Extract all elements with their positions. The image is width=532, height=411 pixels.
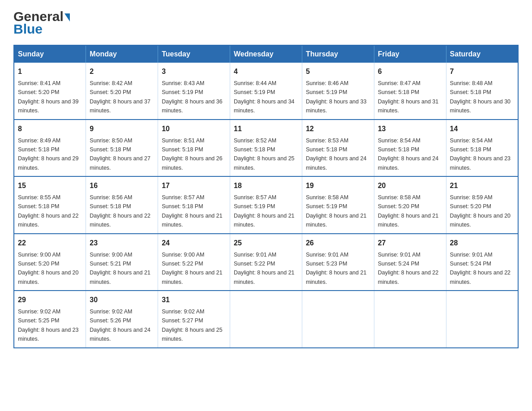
calendar-day-cell: 26 Sunrise: 9:01 AMSunset: 5:23 PMDaylig… [302, 234, 374, 291]
day-number: 20 [378, 180, 442, 191]
day-number: 13 [378, 124, 442, 134]
calendar-table: SundayMondayTuesdayWednesdayThursdayFrid… [13, 45, 519, 348]
day-of-week-header: Wednesday [230, 45, 302, 63]
day-info: Sunrise: 8:57 AMSunset: 5:18 PMDaylight:… [162, 194, 223, 228]
calendar-day-cell: 2 Sunrise: 8:42 AMSunset: 5:20 PMDayligh… [86, 63, 158, 120]
calendar-day-cell: 12 Sunrise: 8:53 AMSunset: 5:18 PMDaylig… [302, 120, 374, 177]
day-number: 27 [378, 238, 442, 248]
day-info: Sunrise: 9:02 AMSunset: 5:27 PMDaylight:… [162, 308, 223, 342]
page-header: General Blue [13, 9, 519, 37]
calendar-day-cell: 22 Sunrise: 9:00 AMSunset: 5:20 PMDaylig… [14, 234, 86, 291]
day-number: 3 [162, 66, 226, 77]
day-info: Sunrise: 8:50 AMSunset: 5:18 PMDaylight:… [90, 137, 150, 171]
day-number: 6 [378, 66, 442, 77]
calendar-day-cell: 31 Sunrise: 9:02 AMSunset: 5:27 PMDaylig… [158, 291, 230, 348]
day-number: 10 [162, 124, 226, 134]
calendar-week-row: 22 Sunrise: 9:00 AMSunset: 5:20 PMDaylig… [14, 234, 518, 291]
day-number: 15 [18, 180, 82, 191]
day-of-week-header: Tuesday [158, 45, 230, 63]
day-number: 11 [234, 124, 298, 134]
logo-blue-text: Blue [13, 21, 43, 37]
day-info: Sunrise: 8:49 AMSunset: 5:18 PMDaylight:… [18, 137, 79, 171]
day-number: 24 [162, 238, 226, 248]
calendar-day-cell: 28 Sunrise: 9:01 AMSunset: 5:24 PMDaylig… [446, 234, 518, 291]
day-info: Sunrise: 8:44 AMSunset: 5:19 PMDaylight:… [234, 80, 295, 114]
day-info: Sunrise: 9:02 AMSunset: 5:26 PMDaylight:… [90, 308, 150, 342]
day-number: 23 [90, 238, 154, 248]
calendar-day-cell [230, 291, 302, 348]
day-info: Sunrise: 8:57 AMSunset: 5:19 PMDaylight:… [234, 194, 295, 228]
day-info: Sunrise: 9:01 AMSunset: 5:22 PMDaylight:… [234, 252, 295, 285]
calendar-day-cell [446, 291, 518, 348]
day-info: Sunrise: 8:55 AMSunset: 5:18 PMDaylight:… [18, 194, 79, 228]
day-info: Sunrise: 9:01 AMSunset: 5:23 PMDaylight:… [306, 252, 367, 285]
day-info: Sunrise: 9:01 AMSunset: 5:24 PMDaylight:… [450, 252, 511, 285]
day-number: 9 [90, 124, 154, 134]
day-of-week-header: Thursday [302, 45, 374, 63]
day-info: Sunrise: 9:00 AMSunset: 5:22 PMDaylight:… [162, 252, 223, 285]
calendar-day-cell: 5 Sunrise: 8:46 AMSunset: 5:19 PMDayligh… [302, 63, 374, 120]
day-number: 28 [450, 238, 514, 248]
logo-arrow-icon [64, 13, 70, 21]
day-info: Sunrise: 9:02 AMSunset: 5:25 PMDaylight:… [18, 308, 79, 342]
calendar-day-cell: 16 Sunrise: 8:56 AMSunset: 5:18 PMDaylig… [86, 176, 158, 234]
day-of-week-header: Sunday [14, 45, 86, 63]
calendar-day-cell: 15 Sunrise: 8:55 AMSunset: 5:18 PMDaylig… [14, 176, 86, 234]
calendar-day-cell: 7 Sunrise: 8:48 AMSunset: 5:18 PMDayligh… [446, 63, 518, 120]
calendar-day-cell: 11 Sunrise: 8:52 AMSunset: 5:18 PMDaylig… [230, 120, 302, 177]
day-info: Sunrise: 8:51 AMSunset: 5:18 PMDaylight:… [162, 137, 223, 171]
day-number: 14 [450, 124, 514, 134]
day-info: Sunrise: 8:54 AMSunset: 5:18 PMDaylight:… [450, 137, 511, 171]
day-number: 19 [306, 180, 370, 191]
day-of-week-header: Saturday [446, 45, 518, 63]
calendar-day-cell: 13 Sunrise: 8:54 AMSunset: 5:18 PMDaylig… [374, 120, 446, 177]
day-info: Sunrise: 8:43 AMSunset: 5:19 PMDaylight:… [162, 80, 223, 114]
day-number: 25 [234, 238, 298, 248]
day-number: 16 [90, 180, 154, 191]
day-info: Sunrise: 8:48 AMSunset: 5:18 PMDaylight:… [450, 80, 511, 114]
day-info: Sunrise: 8:41 AMSunset: 5:20 PMDaylight:… [18, 80, 79, 114]
day-number: 1 [18, 66, 82, 77]
calendar-day-cell: 18 Sunrise: 8:57 AMSunset: 5:19 PMDaylig… [230, 176, 302, 234]
day-number: 29 [18, 295, 82, 305]
day-number: 21 [450, 180, 514, 191]
day-info: Sunrise: 8:46 AMSunset: 5:19 PMDaylight:… [306, 80, 367, 114]
day-info: Sunrise: 8:52 AMSunset: 5:18 PMDaylight:… [234, 137, 295, 171]
calendar-week-row: 15 Sunrise: 8:55 AMSunset: 5:18 PMDaylig… [14, 176, 518, 234]
calendar-day-cell [302, 291, 374, 348]
calendar-day-cell: 23 Sunrise: 9:00 AMSunset: 5:21 PMDaylig… [86, 234, 158, 291]
day-info: Sunrise: 9:00 AMSunset: 5:21 PMDaylight:… [90, 252, 150, 285]
calendar-day-cell: 30 Sunrise: 9:02 AMSunset: 5:26 PMDaylig… [86, 291, 158, 348]
day-info: Sunrise: 8:58 AMSunset: 5:20 PMDaylight:… [378, 194, 439, 228]
calendar-day-cell: 27 Sunrise: 9:01 AMSunset: 5:24 PMDaylig… [374, 234, 446, 291]
calendar-day-cell: 17 Sunrise: 8:57 AMSunset: 5:18 PMDaylig… [158, 176, 230, 234]
day-number: 12 [306, 124, 370, 134]
calendar-day-cell: 4 Sunrise: 8:44 AMSunset: 5:19 PMDayligh… [230, 63, 302, 120]
day-of-week-header: Monday [86, 45, 158, 63]
day-number: 26 [306, 238, 370, 248]
calendar-day-cell: 21 Sunrise: 8:59 AMSunset: 5:20 PMDaylig… [446, 176, 518, 234]
day-number: 2 [90, 66, 154, 77]
day-number: 22 [18, 238, 82, 248]
calendar-day-cell: 10 Sunrise: 8:51 AMSunset: 5:18 PMDaylig… [158, 120, 230, 177]
calendar-day-cell: 25 Sunrise: 9:01 AMSunset: 5:22 PMDaylig… [230, 234, 302, 291]
logo: General Blue [13, 9, 70, 37]
calendar-day-cell: 14 Sunrise: 8:54 AMSunset: 5:18 PMDaylig… [446, 120, 518, 177]
day-info: Sunrise: 8:54 AMSunset: 5:18 PMDaylight:… [378, 137, 439, 171]
day-info: Sunrise: 8:56 AMSunset: 5:18 PMDaylight:… [90, 194, 150, 228]
calendar-week-row: 8 Sunrise: 8:49 AMSunset: 5:18 PMDayligh… [14, 120, 518, 177]
day-info: Sunrise: 9:01 AMSunset: 5:24 PMDaylight:… [378, 252, 439, 285]
day-number: 18 [234, 180, 298, 191]
day-info: Sunrise: 8:59 AMSunset: 5:20 PMDaylight:… [450, 194, 511, 228]
calendar-week-row: 1 Sunrise: 8:41 AMSunset: 5:20 PMDayligh… [14, 63, 518, 120]
day-number: 4 [234, 66, 298, 77]
calendar-day-cell: 1 Sunrise: 8:41 AMSunset: 5:20 PMDayligh… [14, 63, 86, 120]
calendar-header-row: SundayMondayTuesdayWednesdayThursdayFrid… [14, 45, 518, 63]
day-number: 17 [162, 180, 226, 191]
calendar-day-cell: 9 Sunrise: 8:50 AMSunset: 5:18 PMDayligh… [86, 120, 158, 177]
calendar-day-cell: 19 Sunrise: 8:58 AMSunset: 5:19 PMDaylig… [302, 176, 374, 234]
day-number: 7 [450, 66, 514, 77]
day-number: 30 [90, 295, 154, 305]
day-info: Sunrise: 8:47 AMSunset: 5:18 PMDaylight:… [378, 80, 439, 114]
day-of-week-header: Friday [374, 45, 446, 63]
